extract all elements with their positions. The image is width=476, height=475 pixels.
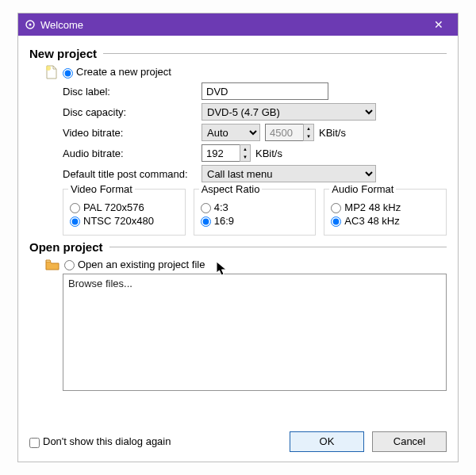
section-new-project-label: New project	[29, 47, 97, 60]
radio-open-existing-label: Open an existing project file	[78, 259, 205, 270]
file-list[interactable]: Browse files...	[63, 274, 447, 391]
radio-create-new[interactable]: Create a new project	[63, 66, 171, 78]
disc-label-input[interactable]	[202, 82, 328, 100]
welcome-dialog: Welcome ✕ New project Create a new proje…	[17, 13, 459, 462]
label-default-post: Default title post command:	[63, 168, 202, 180]
radio-ntsc[interactable]: NTSC 720x480	[70, 215, 154, 227]
browse-files-item[interactable]: Browse files...	[68, 278, 132, 289]
group-aspect-ratio: Aspect Ratio 4:3 16:9	[194, 189, 317, 236]
group-audio-format: Audio Format MP2 48 kHz AC3 48 kHz	[324, 189, 447, 236]
group-aspect-ratio-label: Aspect Ratio	[199, 183, 263, 195]
label-video-bitrate: Video bitrate:	[63, 127, 202, 139]
dialog-content: New project Create a new project Disc la…	[18, 36, 458, 427]
section-open-project-label: Open project	[29, 240, 103, 254]
spinner-down-icon[interactable]: ▼	[240, 153, 250, 161]
svg-point-2	[46, 66, 51, 71]
label-audio-bitrate: Audio bitrate:	[63, 147, 202, 159]
audio-bitrate-input[interactable]	[202, 144, 240, 162]
group-video-format-label: Video Format	[68, 183, 135, 195]
close-icon[interactable]: ✕	[426, 18, 451, 31]
group-video-format: Video Format PAL 720x576 NTSC 720x480	[63, 189, 186, 236]
radio-create-new-label: Create a new project	[76, 66, 171, 78]
default-post-select[interactable]: Call last menu	[202, 165, 376, 182]
spinner-buttons[interactable]: ▲▼	[303, 124, 314, 141]
section-open-project: Open project	[29, 240, 447, 254]
window-title: Welcome	[40, 19, 426, 31]
disc-capacity-select[interactable]: DVD-5 (4.7 GB)	[202, 103, 376, 121]
row-open-existing: Open an existing project file	[45, 259, 447, 270]
checkbox-dont-show[interactable]: Don't show this dialog again	[29, 435, 171, 447]
unit-kbits: KBit/s	[319, 127, 346, 139]
label-disc-label: Disc label:	[63, 86, 202, 98]
spinner-up-icon[interactable]: ▲	[304, 124, 313, 132]
title-bar[interactable]: Welcome ✕	[18, 13, 458, 36]
divider	[103, 53, 447, 54]
video-bitrate-mode-select[interactable]: Auto	[202, 124, 260, 141]
audio-bitrate-spinner[interactable]: ▲▼	[202, 144, 251, 162]
dialog-footer: Don't show this dialog again OK Cancel	[18, 427, 458, 462]
divider	[109, 247, 447, 247]
group-audio-format-label: Audio Format	[329, 183, 396, 195]
label-disc-capacity: Disc capacity:	[63, 106, 202, 118]
row-create-new: Create a new project	[45, 65, 447, 79]
radio-4-3[interactable]: 4:3	[201, 201, 228, 213]
ok-button[interactable]: OK	[290, 431, 364, 452]
spinner-up-icon[interactable]: ▲	[240, 145, 250, 153]
radio-ac3[interactable]: AC3 48 kHz	[331, 215, 399, 227]
radio-mp2[interactable]: MP2 48 kHz	[331, 201, 401, 213]
spinner-down-icon[interactable]: ▼	[304, 132, 313, 140]
radio-pal[interactable]: PAL 720x576	[70, 201, 144, 213]
app-icon	[25, 19, 36, 30]
checkbox-dont-show-label: Don't show this dialog again	[43, 435, 171, 447]
unit-kbits: KBit/s	[255, 147, 282, 159]
spinner-buttons[interactable]: ▲▼	[240, 144, 251, 162]
radio-16-9[interactable]: 16:9	[201, 215, 234, 227]
video-bitrate-input	[265, 124, 303, 141]
new-document-icon	[45, 65, 58, 79]
folder-icon	[45, 259, 60, 270]
video-bitrate-spinner[interactable]: ▲▼	[265, 124, 314, 141]
svg-point-1	[29, 24, 32, 26]
section-new-project: New project	[29, 47, 447, 60]
radio-open-existing[interactable]: Open an existing project file	[64, 259, 205, 270]
cancel-button[interactable]: Cancel	[372, 431, 447, 452]
